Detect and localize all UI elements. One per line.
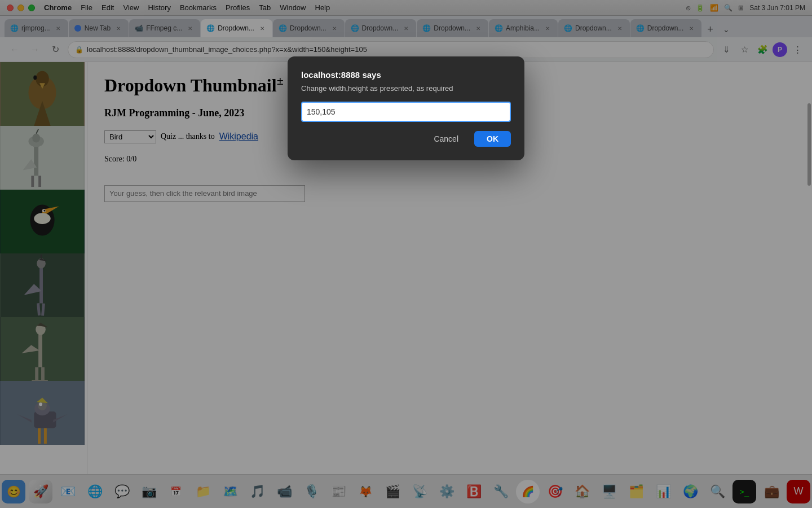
dialog-title: localhost:8888 says bbox=[301, 70, 511, 80]
dialog-box: localhost:8888 says Change width,height … bbox=[288, 56, 524, 160]
dialog-buttons: Cancel OK bbox=[301, 131, 511, 147]
dialog-input[interactable] bbox=[301, 102, 511, 122]
dialog-overlay: localhost:8888 says Change width,height … bbox=[0, 0, 812, 508]
dialog-message: Change width,height as presented, as req… bbox=[301, 84, 511, 93]
dialog-cancel-button[interactable]: Cancel bbox=[423, 131, 469, 147]
dialog-ok-button[interactable]: OK bbox=[474, 131, 511, 147]
